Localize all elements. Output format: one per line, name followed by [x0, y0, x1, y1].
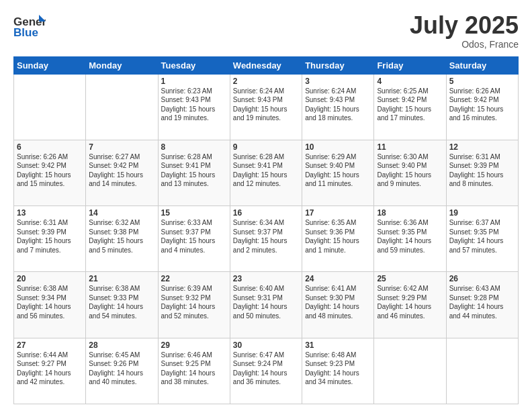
calendar-day-cell: 20 Sunrise: 6:38 AMSunset: 9:34 PMDaylig…	[14, 272, 86, 338]
day-number: 9	[233, 142, 299, 152]
col-sunday: Sunday	[14, 56, 86, 74]
day-info: Sunrise: 6:42 AMSunset: 9:29 PMDaylight:…	[377, 284, 443, 320]
day-number: 13	[17, 208, 83, 218]
day-number: 21	[89, 274, 154, 283]
day-number: 27	[17, 340, 83, 350]
day-info: Sunrise: 6:45 AMSunset: 9:26 PMDaylight:…	[89, 351, 154, 387]
calendar-day-cell: 11 Sunrise: 6:30 AMSunset: 9:40 PMDaylig…	[374, 140, 446, 205]
calendar-day-cell: 2 Sunrise: 6:24 AMSunset: 9:43 PMDayligh…	[230, 74, 302, 140]
col-monday: Monday	[86, 56, 158, 74]
day-number: 29	[161, 340, 227, 350]
calendar-day-cell: 29 Sunrise: 6:46 AMSunset: 9:25 PMDaylig…	[158, 338, 230, 404]
header: General Blue July 2025 Odos, France	[13, 12, 519, 50]
title-area: July 2025 Odos, France	[410, 12, 519, 50]
calendar-day-cell: 9 Sunrise: 6:28 AMSunset: 9:41 PMDayligh…	[230, 140, 302, 205]
day-number: 7	[89, 142, 154, 152]
day-number: 14	[89, 208, 154, 218]
calendar-day-cell: 12 Sunrise: 6:31 AMSunset: 9:39 PMDaylig…	[446, 140, 518, 205]
calendar-day-cell	[14, 74, 86, 140]
day-number: 16	[233, 208, 299, 218]
day-info: Sunrise: 6:44 AMSunset: 9:27 PMDaylight:…	[17, 351, 83, 387]
calendar-day-cell: 10 Sunrise: 6:29 AMSunset: 9:40 PMDaylig…	[302, 140, 374, 205]
calendar-day-cell: 30 Sunrise: 6:47 AMSunset: 9:24 PMDaylig…	[230, 338, 302, 404]
day-info: Sunrise: 6:29 AMSunset: 9:40 PMDaylight:…	[305, 152, 371, 189]
day-info: Sunrise: 6:37 AMSunset: 9:35 PMDaylight:…	[449, 218, 515, 255]
col-saturday: Saturday	[446, 56, 518, 74]
day-number: 2	[233, 77, 299, 86]
svg-text:Blue: Blue	[13, 26, 38, 39]
day-number: 5	[449, 77, 515, 86]
calendar-day-cell: 8 Sunrise: 6:28 AMSunset: 9:41 PMDayligh…	[158, 140, 230, 205]
col-thursday: Thursday	[302, 56, 374, 74]
calendar-day-cell: 26 Sunrise: 6:43 AMSunset: 9:28 PMDaylig…	[446, 272, 518, 338]
calendar-day-cell: 15 Sunrise: 6:33 AMSunset: 9:37 PMDaylig…	[158, 206, 230, 272]
day-info: Sunrise: 6:35 AMSunset: 9:36 PMDaylight:…	[305, 218, 371, 255]
calendar-day-cell	[86, 74, 158, 140]
calendar-day-cell: 28 Sunrise: 6:45 AMSunset: 9:26 PMDaylig…	[86, 338, 158, 404]
calendar-day-cell: 19 Sunrise: 6:37 AMSunset: 9:35 PMDaylig…	[446, 206, 518, 272]
day-info: Sunrise: 6:47 AMSunset: 9:24 PMDaylight:…	[233, 351, 299, 387]
day-number: 15	[161, 208, 227, 218]
day-info: Sunrise: 6:38 AMSunset: 9:33 PMDaylight:…	[89, 284, 154, 320]
col-tuesday: Tuesday	[158, 56, 230, 74]
col-friday: Friday	[374, 56, 446, 74]
day-info: Sunrise: 6:48 AMSunset: 9:23 PMDaylight:…	[305, 351, 371, 387]
day-info: Sunrise: 6:28 AMSunset: 9:41 PMDaylight:…	[161, 152, 227, 189]
day-info: Sunrise: 6:41 AMSunset: 9:30 PMDaylight:…	[305, 284, 371, 320]
day-info: Sunrise: 6:43 AMSunset: 9:28 PMDaylight:…	[449, 284, 515, 320]
day-info: Sunrise: 6:34 AMSunset: 9:37 PMDaylight:…	[233, 218, 299, 255]
day-number: 8	[161, 142, 227, 152]
calendar-week-row: 20 Sunrise: 6:38 AMSunset: 9:34 PMDaylig…	[14, 272, 519, 338]
day-number: 24	[305, 274, 371, 283]
calendar-day-cell: 31 Sunrise: 6:48 AMSunset: 9:23 PMDaylig…	[302, 338, 374, 404]
calendar-day-cell: 14 Sunrise: 6:32 AMSunset: 9:38 PMDaylig…	[86, 206, 158, 272]
calendar-day-cell	[446, 338, 518, 404]
calendar-day-cell: 22 Sunrise: 6:39 AMSunset: 9:32 PMDaylig…	[158, 272, 230, 338]
day-info: Sunrise: 6:24 AMSunset: 9:43 PMDaylight:…	[233, 87, 299, 123]
day-number: 25	[377, 274, 443, 283]
day-info: Sunrise: 6:26 AMSunset: 9:42 PMDaylight:…	[17, 152, 83, 189]
col-wednesday: Wednesday	[230, 56, 302, 74]
calendar-day-cell: 13 Sunrise: 6:31 AMSunset: 9:39 PMDaylig…	[14, 206, 86, 272]
day-number: 19	[449, 208, 515, 218]
calendar-day-cell: 23 Sunrise: 6:40 AMSunset: 9:31 PMDaylig…	[230, 272, 302, 338]
page: General Blue July 2025 Odos, France Sund…	[0, 0, 532, 411]
day-info: Sunrise: 6:40 AMSunset: 9:31 PMDaylight:…	[233, 284, 299, 320]
day-number: 23	[233, 274, 299, 283]
calendar-day-cell: 18 Sunrise: 6:36 AMSunset: 9:35 PMDaylig…	[374, 206, 446, 272]
calendar-day-cell: 21 Sunrise: 6:38 AMSunset: 9:33 PMDaylig…	[86, 272, 158, 338]
logo: General Blue	[13, 12, 48, 40]
day-info: Sunrise: 6:27 AMSunset: 9:42 PMDaylight:…	[89, 152, 154, 189]
day-info: Sunrise: 6:31 AMSunset: 9:39 PMDaylight:…	[17, 218, 83, 255]
day-number: 30	[233, 340, 299, 350]
calendar-day-cell	[374, 338, 446, 404]
day-number: 28	[89, 340, 154, 350]
day-info: Sunrise: 6:31 AMSunset: 9:39 PMDaylight:…	[449, 152, 515, 189]
day-number: 6	[17, 142, 83, 152]
calendar-day-cell: 3 Sunrise: 6:24 AMSunset: 9:43 PMDayligh…	[302, 74, 374, 140]
calendar-week-row: 6 Sunrise: 6:26 AMSunset: 9:42 PMDayligh…	[14, 140, 519, 205]
day-number: 26	[449, 274, 515, 283]
day-info: Sunrise: 6:25 AMSunset: 9:42 PMDaylight:…	[377, 87, 443, 123]
day-number: 18	[377, 208, 443, 218]
day-info: Sunrise: 6:32 AMSunset: 9:38 PMDaylight:…	[89, 218, 154, 255]
day-info: Sunrise: 6:24 AMSunset: 9:43 PMDaylight:…	[305, 87, 371, 123]
day-number: 20	[17, 274, 83, 283]
calendar-day-cell: 5 Sunrise: 6:26 AMSunset: 9:42 PMDayligh…	[446, 74, 518, 140]
day-info: Sunrise: 6:26 AMSunset: 9:42 PMDaylight:…	[449, 87, 515, 123]
day-number: 22	[161, 274, 227, 283]
month-title: July 2025	[410, 12, 519, 39]
day-info: Sunrise: 6:46 AMSunset: 9:25 PMDaylight:…	[161, 351, 227, 387]
calendar-header-row: Sunday Monday Tuesday Wednesday Thursday…	[14, 56, 519, 74]
calendar-day-cell: 1 Sunrise: 6:23 AMSunset: 9:43 PMDayligh…	[158, 74, 230, 140]
day-info: Sunrise: 6:30 AMSunset: 9:40 PMDaylight:…	[377, 152, 443, 189]
day-number: 10	[305, 142, 371, 152]
day-info: Sunrise: 6:39 AMSunset: 9:32 PMDaylight:…	[161, 284, 227, 320]
day-info: Sunrise: 6:36 AMSunset: 9:35 PMDaylight:…	[377, 218, 443, 255]
day-info: Sunrise: 6:33 AMSunset: 9:37 PMDaylight:…	[161, 218, 227, 255]
calendar-day-cell: 27 Sunrise: 6:44 AMSunset: 9:27 PMDaylig…	[14, 338, 86, 404]
day-number: 4	[377, 77, 443, 86]
day-number: 1	[161, 77, 227, 86]
calendar-day-cell: 4 Sunrise: 6:25 AMSunset: 9:42 PMDayligh…	[374, 74, 446, 140]
calendar-week-row: 1 Sunrise: 6:23 AMSunset: 9:43 PMDayligh…	[14, 74, 519, 140]
